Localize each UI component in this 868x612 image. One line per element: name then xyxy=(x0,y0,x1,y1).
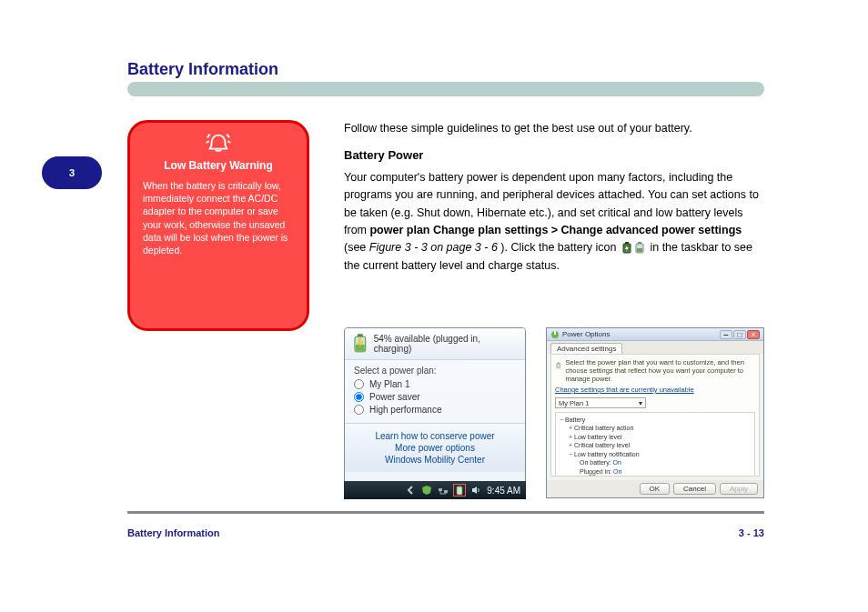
bold-path: power plan Change plan settings > Change… xyxy=(369,224,742,236)
tab-advanced-settings[interactable]: Advanced settings xyxy=(550,343,622,354)
tree-root: Battery xyxy=(565,416,585,423)
tree-3-child-0-v[interactable]: On xyxy=(613,459,621,466)
battery-dialog-icon xyxy=(555,358,561,373)
select-plan-label: Select a power plan: xyxy=(354,366,516,376)
dialog-title: Power Options xyxy=(562,330,610,338)
plan-label-0: My Plan 1 xyxy=(369,379,409,389)
taskbar-clock[interactable]: 9:45 AM xyxy=(487,486,520,496)
footer-left: Battery Information xyxy=(127,527,219,538)
power-options-icon xyxy=(550,330,560,339)
link-more-power-options[interactable]: More power options xyxy=(348,443,521,453)
link-conserve-power[interactable]: Learn how to conserve power xyxy=(348,431,521,441)
dialog-description: Select the power plan that you want to c… xyxy=(565,358,755,383)
tree-3-child-1-k: Plugged in: xyxy=(580,468,611,475)
figure-ref: Figure 3 - 3 on page 3 - 6 xyxy=(369,241,498,254)
svg-rect-15 xyxy=(558,363,560,364)
plan-option-highperf[interactable]: High performance xyxy=(354,405,516,415)
warning-box: Low Battery Warning When the battery is … xyxy=(127,120,309,331)
radio-myplan1[interactable] xyxy=(354,379,364,389)
tree-item-1[interactable]: Low battery level xyxy=(574,434,622,440)
change-settings-link[interactable]: Change settings that are currently unava… xyxy=(555,386,755,394)
tree-3-child-1-v[interactable]: On xyxy=(613,468,621,475)
tree-3-child-0-k: On battery: xyxy=(580,459,611,466)
separator xyxy=(127,511,764,514)
close-button[interactable]: × xyxy=(747,330,760,339)
chevron-down-icon: ▾ xyxy=(639,399,642,407)
svg-rect-14 xyxy=(557,364,560,368)
plan-option-powersaver[interactable]: Power saver xyxy=(354,392,516,402)
plug-battery-icon xyxy=(621,242,632,255)
svg-rect-8 xyxy=(439,488,442,491)
minimize-button[interactable]: ‒ xyxy=(720,330,732,339)
settings-tree[interactable]: −Battery +Critical battery action +Low b… xyxy=(555,412,755,477)
plan-label-1: Power saver xyxy=(369,392,420,402)
svg-rect-9 xyxy=(444,490,448,493)
tray-volume-icon[interactable] xyxy=(470,485,481,496)
svg-rect-3 xyxy=(638,242,641,244)
para-intro: Follow these simple guidelines to get th… xyxy=(344,122,692,135)
cancel-button[interactable]: Cancel xyxy=(673,483,716,495)
battery-status-text: 54% available (plugged in, charging) xyxy=(374,334,518,354)
combo-value: My Plan 1 xyxy=(559,399,589,407)
tray-network-icon[interactable] xyxy=(438,485,449,496)
section-title: Battery Information xyxy=(127,60,278,79)
svg-rect-11 xyxy=(459,486,460,487)
tray-battery-icon[interactable] xyxy=(454,485,465,496)
tree-item-3[interactable]: Low battery notification xyxy=(574,451,640,457)
subheading-battery-power: Battery Power xyxy=(344,148,423,162)
svg-rect-6 xyxy=(358,334,363,336)
svg-rect-4 xyxy=(637,248,642,252)
svg-rect-10 xyxy=(457,487,462,495)
footer-right: 3 - 13 xyxy=(739,527,764,538)
maximize-button[interactable]: □ xyxy=(733,330,746,339)
apply-button[interactable]: Apply xyxy=(720,483,758,495)
tree-item-0[interactable]: Critical battery action xyxy=(574,425,633,431)
tree-item-2[interactable]: Critical battery level xyxy=(574,442,630,448)
taskbar: 9:45 AM xyxy=(344,481,526,499)
plan-option-myplan1[interactable]: My Plan 1 xyxy=(354,379,516,389)
tray-shield-icon[interactable] xyxy=(421,485,432,496)
battery-icon xyxy=(634,242,645,255)
plan-label-2: High performance xyxy=(369,405,441,415)
alarm-bell-icon xyxy=(205,132,232,154)
battery-large-icon xyxy=(352,334,368,354)
ok-button[interactable]: OK xyxy=(640,483,671,495)
page-side-tab: 3 xyxy=(42,156,102,189)
warning-title: Low Battery Warning xyxy=(143,159,294,172)
title-underline xyxy=(127,82,764,96)
plan-combo[interactable]: My Plan 1 ▾ xyxy=(555,397,646,408)
radio-powersaver[interactable] xyxy=(354,392,364,402)
link-mobility-center[interactable]: Windows Mobility Center xyxy=(348,455,521,465)
warning-text: When the battery is critically low, imme… xyxy=(143,179,294,256)
power-options-dialog: Power Options ‒ □ × Advanced settings Se… xyxy=(546,327,764,498)
battery-flyout: 54% available (plugged in, charging) Sel… xyxy=(344,327,526,498)
page-footer: Battery Information 3 - 13 xyxy=(127,527,764,538)
radio-highperf[interactable] xyxy=(354,405,364,415)
tray-back-icon[interactable] xyxy=(405,485,416,496)
para-body-2a: (see xyxy=(344,241,369,254)
svg-rect-13 xyxy=(554,331,556,335)
svg-rect-1 xyxy=(625,242,629,244)
main-text: Follow these simple guidelines to get th… xyxy=(344,120,764,275)
para-body-2b: ). Click the battery icon xyxy=(500,241,620,254)
